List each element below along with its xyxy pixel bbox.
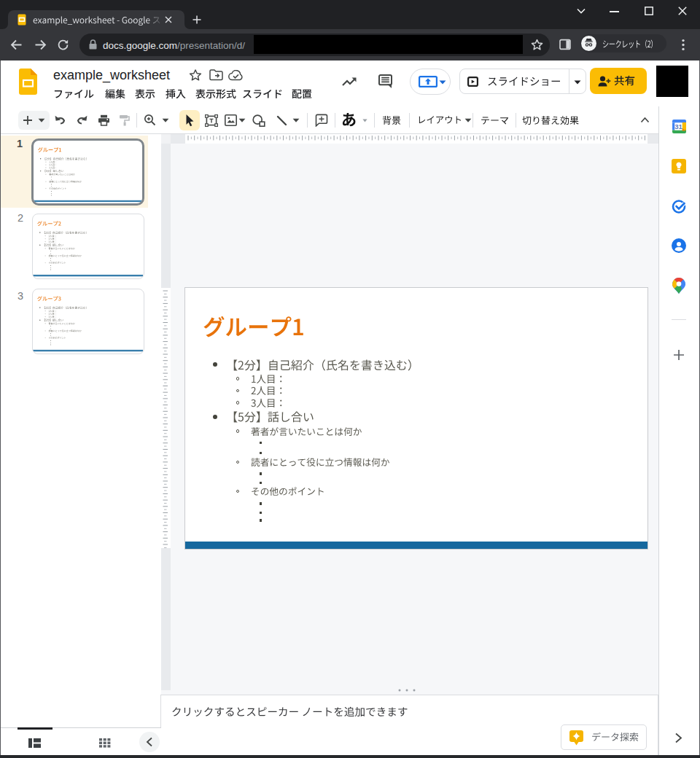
svg-text:31: 31 — [674, 122, 682, 130]
